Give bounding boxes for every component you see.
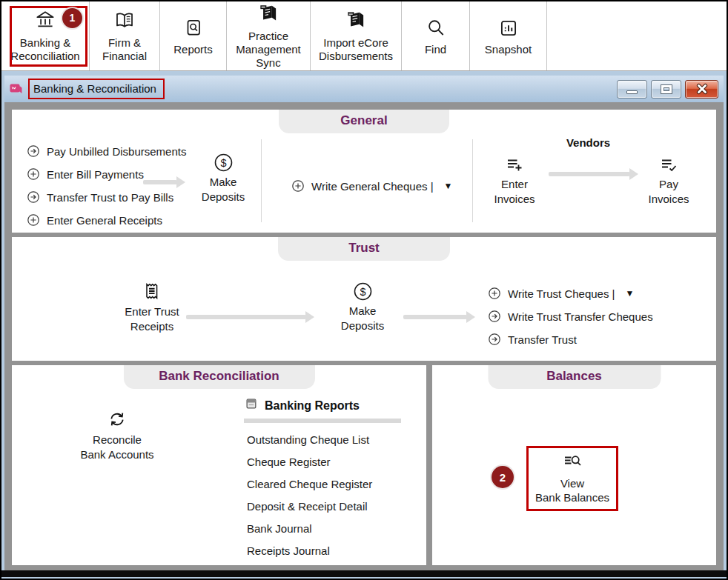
ribbon-item-practice-management-sync[interactable]: Practice Management Sync: [227, 1, 311, 70]
minimize-icon: [626, 90, 638, 94]
report-receipts-journal[interactable]: Receipts Journal: [245, 540, 407, 562]
action-pay-unbilled-disbursements[interactable]: Pay Unbilled Disbursements: [27, 144, 186, 159]
bank-reconciliation-section-title: Bank Reconciliation: [124, 365, 315, 389]
close-button[interactable]: [685, 80, 718, 99]
banking-reports-underline: [244, 419, 401, 423]
vendors-title: Vendors: [472, 136, 704, 149]
ribbon-item-snapshot[interactable]: Snapshot: [470, 1, 547, 70]
dollar-circle-icon: $: [338, 281, 387, 301]
circle-arrow-icon: [488, 333, 501, 346]
dropdown-arrow-icon[interactable]: ▼: [444, 181, 453, 191]
balances-section-title: Balances: [488, 365, 661, 389]
trust-action-list: Write Trust Cheques | ▼ Write Trust Tran…: [488, 286, 653, 355]
report-outstanding-cheque-list[interactable]: Outstanding Cheque List: [245, 429, 407, 451]
search-icon: [425, 16, 447, 39]
step-badge-2: 2: [492, 466, 514, 488]
make-deposits-label-line2: Deposits: [338, 319, 387, 333]
action-transfer-trust[interactable]: Transfer Trust: [488, 332, 653, 347]
circle-plus-icon: [488, 287, 501, 300]
reconcile-bank-accounts-button[interactable]: Reconcile Bank Accounts: [69, 408, 165, 461]
report-deposit-receipt-detail[interactable]: Deposit & Receipt Detail: [245, 496, 407, 518]
banking-reconciliation-window: Banking & Reconciliation General Pay Unb…: [1, 71, 727, 579]
window-app-icon: [10, 84, 22, 95]
action-enter-bill-payments[interactable]: Enter Bill Payments: [27, 167, 186, 181]
action-write-trust-transfer-cheques[interactable]: Write Trust Transfer Cheques: [488, 309, 653, 324]
trust-section-title: Trust: [278, 237, 450, 261]
report-search-icon: [182, 16, 205, 39]
report-cheque-register[interactable]: Cheque Register: [245, 451, 407, 473]
view-bank-balances-button[interactable]: View Bank Balances: [526, 446, 618, 511]
bottom-row: Bank Reconciliation Reconcile Bank Accou…: [12, 365, 716, 565]
ribbon-item-label: Reports: [173, 43, 213, 56]
enter-trust-receipts-button[interactable]: Enter Trust Receipts: [116, 281, 188, 333]
pay-invoices-label-line1: Pay: [644, 177, 693, 192]
trust-section: Trust Enter Trust Receipts $ Make Deposi…: [12, 237, 716, 361]
view-bank-balances-label-line2: Bank Balances: [535, 490, 609, 505]
enter-invoices-label-line1: Enter: [490, 177, 539, 192]
ribbon-item-label: Firm & Financial: [91, 36, 158, 64]
reconcile-label-line2: Bank Accounts: [69, 447, 165, 462]
ribbon-item-firm-financial[interactable]: Firm & Financial: [90, 1, 160, 70]
step-badge-1: 1: [62, 8, 82, 28]
ribbon-empty-space: [547, 1, 727, 70]
banking-reports-header: Banking Reports: [245, 398, 407, 413]
dropdown-arrow-icon[interactable]: ▼: [626, 288, 635, 299]
ribbon-item-find[interactable]: Find: [402, 1, 470, 70]
ribbon-item-reports[interactable]: Reports: [160, 1, 227, 70]
list-search-icon: [562, 452, 583, 475]
app-screenshot: Banking & Reconciliation 1 Firm & Financ…: [0, 0, 728, 580]
report-bank-journal[interactable]: Bank Journal: [245, 518, 407, 540]
ribbon-item-label: Import eCore Disbursements: [312, 36, 400, 64]
close-icon: [696, 83, 708, 95]
make-deposits-label-line1: Make: [199, 175, 248, 190]
ribbon-item-label: Banking & Reconciliation: [3, 36, 87, 64]
ribbon-item-label: Practice Management Sync: [228, 30, 308, 70]
general-section-title: General: [279, 110, 449, 133]
enter-invoices-label-line2: Invoices: [490, 192, 539, 207]
action-label: Write Trust Transfer Cheques: [508, 310, 653, 323]
flow-arrow: [549, 172, 630, 176]
circle-plus-icon: [291, 179, 305, 193]
action-label: Transfer Trust to Pay Bills: [47, 191, 173, 204]
make-deposits-button[interactable]: $ Make Deposits: [338, 281, 387, 333]
banking-reports-group: Banking Reports Outstanding Cheque List …: [245, 398, 407, 562]
banking-reports-title: Banking Reports: [265, 399, 360, 413]
ribbon-item-label: Snapshot: [485, 43, 532, 56]
balances-section: Balances View Bank Balances 2: [432, 365, 716, 565]
pay-invoices-button[interactable]: Pay Invoices: [644, 156, 693, 206]
action-label: Write Trust Cheques |: [508, 287, 615, 300]
list-plus-icon: [490, 156, 539, 175]
refresh-icon: [69, 408, 165, 430]
action-label: Pay Unbilled Disbursements: [47, 145, 186, 158]
action-label: Write General Cheques |: [311, 180, 434, 193]
action-write-general-cheques[interactable]: Write General Cheques | ▼: [291, 179, 452, 193]
maximize-button[interactable]: [651, 80, 681, 99]
action-write-trust-cheques[interactable]: Write Trust Cheques | ▼: [488, 286, 653, 301]
circle-plus-icon: [27, 213, 40, 227]
flow-arrow: [186, 315, 306, 319]
ribbon-item-label: Find: [425, 43, 446, 56]
dollar-circle-icon: $: [199, 153, 248, 173]
bank-reconciliation-section: Bank Reconciliation Reconcile Bank Accou…: [12, 365, 426, 565]
maximize-icon: [661, 85, 672, 93]
dye-durham-icon: [344, 9, 368, 33]
action-transfer-trust-to-pay-bills[interactable]: Transfer Trust to Pay Bills: [27, 190, 186, 204]
window-titlebar[interactable]: Banking & Reconciliation: [4, 76, 724, 102]
make-deposits-label-line2: Deposits: [199, 190, 248, 204]
report-cleared-cheque-register[interactable]: Cleared Cheque Register: [245, 473, 407, 496]
circle-arrow-icon: [27, 144, 40, 158]
minimize-button[interactable]: [617, 80, 647, 99]
circle-plus-icon: [27, 167, 40, 181]
divider: [472, 139, 473, 222]
enter-invoices-button[interactable]: Enter Invoices: [490, 156, 539, 206]
make-deposits-button[interactable]: $ Make Deposits: [199, 153, 248, 204]
snapshot-icon: [497, 16, 520, 39]
flow-arrow: [403, 315, 467, 319]
divider: [261, 139, 262, 222]
action-enter-general-receipts[interactable]: Enter General Receipts: [27, 213, 186, 227]
ribbon-toolbar: Banking & Reconciliation 1 Firm & Financ…: [1, 1, 727, 71]
general-action-list: Pay Unbilled Disbursements Enter Bill Pa…: [27, 144, 186, 236]
ribbon-item-import-ecore-disbursements[interactable]: Import eCore Disbursements: [311, 1, 402, 70]
ribbon-item-banking-reconciliation[interactable]: Banking & Reconciliation 1: [1, 1, 90, 70]
view-bank-balances-label-line1: View: [560, 476, 584, 491]
